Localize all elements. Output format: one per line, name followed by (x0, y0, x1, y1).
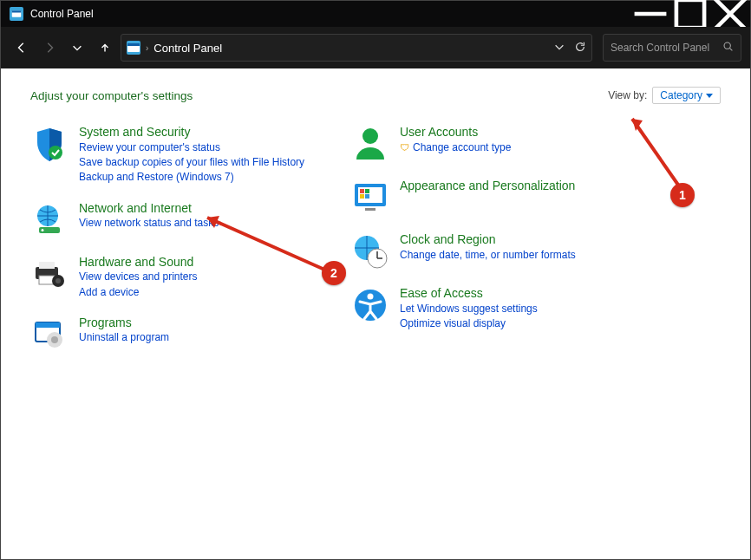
svg-rect-1 (12, 10, 22, 12)
content-area: Adjust your computer's settings View by:… (1, 68, 750, 559)
address-bar-icon (127, 41, 140, 55)
caret-down-icon (706, 92, 713, 99)
clock-icon (351, 232, 389, 270)
svg-point-19 (56, 278, 61, 283)
category-hardware-sound: Hardware and Sound View devices and prin… (30, 255, 334, 300)
refresh-button[interactable] (574, 41, 586, 55)
category-link[interactable]: User Accounts (400, 125, 511, 140)
search-placeholder: Search Control Panel (611, 42, 717, 54)
chevron-right-icon: › (146, 43, 148, 53)
svg-rect-16 (39, 262, 55, 269)
printer-icon (30, 255, 69, 293)
svg-rect-30 (365, 194, 369, 199)
search-input[interactable]: Search Control Panel (603, 34, 741, 62)
task-link[interactable]: Change account type (400, 140, 511, 155)
user-icon (351, 125, 389, 163)
control-panel-icon (10, 7, 23, 21)
view-by-value: Category (660, 89, 702, 101)
monitor-icon (351, 179, 389, 217)
category-clock-region: Clock and Region Change date, time, or n… (351, 232, 629, 270)
svg-point-23 (51, 336, 58, 343)
svg-marker-10 (706, 94, 713, 98)
task-link[interactable]: Save backup copies of your files with Fi… (79, 155, 304, 170)
svg-rect-29 (360, 194, 364, 199)
maximize-button[interactable] (670, 1, 710, 27)
view-by-label: View by: (608, 89, 647, 101)
category-user-accounts: User Accounts Change account type (351, 125, 629, 163)
task-link[interactable]: Change date, time, or number formats (400, 248, 576, 263)
task-link[interactable]: View devices and printers (79, 270, 198, 284)
address-bar[interactable]: › Control Panel (121, 34, 592, 62)
svg-rect-3 (676, 0, 704, 28)
category-link[interactable]: System and Security (79, 125, 304, 140)
category-link[interactable]: Hardware and Sound (79, 255, 198, 270)
window-title: Control Panel (30, 8, 94, 20)
view-by: View by: Category (608, 87, 721, 104)
search-icon (722, 41, 734, 55)
svg-rect-31 (365, 208, 376, 211)
svg-point-14 (42, 229, 44, 231)
category-link[interactable]: Appearance and Personalization (400, 179, 575, 194)
close-button[interactable] (710, 1, 750, 27)
category-link[interactable]: Ease of Access (400, 286, 538, 302)
svg-point-37 (368, 294, 374, 300)
window-frame: Control Panel › Control Panel Search Con… (0, 0, 751, 560)
annotation-badge-2: 2 (322, 261, 346, 285)
navbar: › Control Panel Search Control Panel (1, 27, 750, 68)
category-link[interactable]: Clock and Region (400, 232, 576, 248)
breadcrumb-item[interactable]: Control Panel (153, 42, 222, 55)
programs-icon (30, 316, 69, 354)
task-link[interactable]: Review your computer's status (79, 140, 304, 155)
svg-rect-28 (365, 189, 369, 193)
minimize-button[interactable] (630, 1, 670, 27)
category-link[interactable]: Programs (79, 316, 169, 331)
back-button[interactable] (10, 36, 34, 60)
shield-icon (30, 125, 69, 163)
annotation-badge-1: 1 (670, 183, 695, 207)
svg-point-24 (362, 128, 378, 144)
category-ease-of-access: Ease of Access Let Windows suggest setti… (351, 286, 629, 331)
up-button[interactable] (93, 36, 117, 60)
category-programs: Programs Uninstall a program (30, 316, 334, 354)
task-link[interactable]: Let Windows suggest settings (400, 302, 538, 316)
task-link[interactable]: Backup and Restore (Windows 7) (79, 170, 304, 185)
svg-point-11 (49, 146, 62, 160)
task-link[interactable]: Uninstall a program (79, 330, 169, 345)
chevron-down-icon[interactable] (553, 41, 565, 55)
svg-point-8 (724, 42, 730, 49)
task-link[interactable]: Optimize visual display (400, 316, 538, 331)
svg-rect-27 (360, 189, 364, 193)
accessibility-icon (351, 286, 389, 324)
task-link[interactable]: Add a device (79, 285, 198, 300)
svg-line-9 (730, 49, 733, 51)
category-system-security: System and Security Review your computer… (30, 125, 334, 186)
category-link[interactable]: Network and Internet (79, 201, 219, 217)
titlebar: Control Panel (1, 1, 750, 27)
category-appearance: Appearance and Personalization (351, 179, 629, 217)
recent-locations-button[interactable] (65, 36, 89, 60)
forward-button[interactable] (37, 36, 62, 60)
svg-rect-7 (127, 43, 140, 46)
task-link[interactable]: View network status and tasks (79, 216, 219, 231)
category-network-internet: Network and Internet View network status… (30, 201, 334, 239)
category-column-right: User Accounts Change account type Appear… (351, 125, 629, 354)
svg-rect-21 (36, 322, 60, 328)
view-by-selector[interactable]: Category (652, 87, 721, 104)
globe-icon (30, 201, 69, 239)
category-column-left: System and Security Review your computer… (30, 125, 334, 354)
